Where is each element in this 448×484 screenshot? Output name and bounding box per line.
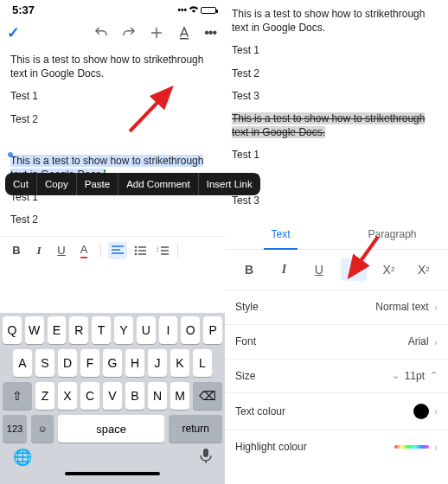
key[interactable]: B [125, 382, 144, 410]
italic-button[interactable]: I [271, 258, 297, 281]
font-label: Font [235, 335, 256, 347]
cellular-icon: ••• [177, 5, 187, 15]
size-label: Size [235, 370, 255, 382]
key[interactable]: K [170, 349, 189, 377]
paragraph[interactable]: Test 2 [10, 112, 214, 126]
key[interactable]: T [92, 316, 111, 344]
key[interactable]: Y [114, 316, 133, 344]
colour-swatch [413, 404, 429, 419]
key[interactable]: L [193, 349, 212, 377]
font-row[interactable]: Font Arial› [225, 325, 448, 360]
numeric-key[interactable]: 123 [3, 415, 27, 443]
add-button[interactable] [149, 25, 164, 41]
key[interactable]: Q [3, 316, 22, 344]
done-button[interactable]: ✓ [7, 23, 20, 42]
paragraph[interactable]: Test 2 [10, 213, 214, 226]
bullet-list-button[interactable] [131, 242, 150, 259]
key[interactable]: M [170, 382, 189, 410]
key[interactable]: G [103, 349, 122, 377]
svg-point-2 [135, 249, 138, 252]
italic-button[interactable]: I [29, 242, 48, 259]
bold-button[interactable]: B [236, 258, 262, 281]
battery-icon [201, 7, 216, 14]
document-body[interactable]: This is a test to show how to strikethro… [0, 48, 225, 236]
text-style-row: B I U S X2 X2 [225, 250, 448, 290]
key[interactable]: H [125, 349, 144, 377]
status-icons: ••• [177, 5, 216, 16]
backspace-key[interactable]: ⌫ [193, 382, 222, 410]
bold-button[interactable]: B [7, 242, 26, 259]
key[interactable]: V [103, 382, 122, 410]
undo-button[interactable] [93, 25, 109, 41]
context-cut[interactable]: Cut [5, 173, 37, 195]
shift-key[interactable]: ⇧ [3, 382, 32, 410]
key[interactable]: N [148, 382, 167, 410]
paragraph[interactable]: This is a test to show how to strikethro… [232, 7, 439, 35]
highlight-colour-row[interactable]: Highlight colour › [225, 430, 448, 464]
paragraph[interactable]: Test 1 [232, 43, 439, 57]
paragraph[interactable]: Test 1 [232, 148, 439, 162]
text-format-button[interactable] [176, 25, 192, 41]
tab-paragraph[interactable]: Paragraph [336, 220, 448, 249]
key[interactable]: U [137, 316, 156, 344]
svg-rect-6 [203, 449, 208, 457]
divider [100, 244, 101, 258]
key[interactable]: S [35, 349, 54, 377]
style-value: Normal text [375, 301, 428, 313]
key[interactable]: A [13, 349, 32, 377]
paragraph[interactable]: Test 1 [10, 89, 214, 103]
paragraph[interactable]: Test 2 [232, 67, 439, 80]
key[interactable]: W [25, 316, 44, 344]
key[interactable]: J [148, 349, 167, 377]
context-menu: Cut Copy Paste Add Comment Insert Link [5, 173, 260, 195]
size-value: 11pt [405, 370, 425, 382]
svg-rect-0 [180, 38, 189, 40]
globe-key[interactable]: 🌐 [13, 448, 32, 467]
context-copy[interactable]: Copy [37, 173, 77, 195]
text-color-button[interactable]: A [74, 242, 93, 259]
paragraph[interactable]: Test 3 [232, 89, 439, 103]
chevron-right-icon: › [434, 441, 438, 454]
redo-button[interactable] [121, 25, 137, 41]
more-button[interactable]: ••• [204, 25, 216, 41]
align-button[interactable] [108, 242, 127, 259]
key[interactable]: X [58, 382, 77, 410]
emoji-key[interactable]: ☺ [31, 415, 54, 443]
return-key[interactable]: return [169, 415, 222, 443]
size-decrease-button[interactable]: ⌄ [392, 370, 400, 381]
context-paste[interactable]: Paste [77, 173, 118, 195]
tab-text[interactable]: Text [225, 220, 336, 249]
paragraph-strikethrough[interactable]: This is a test to show how to strikethro… [232, 111, 439, 139]
key[interactable]: O [181, 316, 200, 344]
key-row-1: Q W E R T Y U I O P [3, 316, 222, 344]
strikethrough-button[interactable]: S [341, 258, 367, 281]
underline-button[interactable]: U [52, 242, 71, 259]
style-row[interactable]: Style Normal text› [225, 290, 448, 325]
key[interactable]: R [69, 316, 88, 344]
key[interactable]: F [80, 349, 99, 377]
paragraph[interactable]: Test 3 [232, 194, 439, 207]
superscript-button[interactable]: X2 [375, 258, 401, 281]
text-colour-row[interactable]: Text colour › [225, 393, 448, 430]
mic-key[interactable] [200, 448, 212, 467]
number-list-button[interactable]: 12 [153, 242, 172, 259]
key[interactable]: D [58, 349, 77, 377]
subscript-button[interactable]: X2 [411, 258, 437, 281]
key[interactable]: I [159, 316, 178, 344]
key[interactable]: Z [35, 382, 54, 410]
left-screenshot: 5:37 ••• ✓ ••• This is a test to show ho… [0, 0, 225, 484]
key[interactable]: C [80, 382, 99, 410]
font-value: Arial [408, 335, 429, 347]
key[interactable]: E [48, 316, 67, 344]
divider [177, 244, 178, 258]
space-key[interactable]: space [58, 415, 164, 443]
key[interactable]: P [203, 316, 222, 344]
underline-button[interactable]: U [306, 258, 332, 281]
format-tabs: Text Paragraph [225, 220, 448, 250]
context-add-comment[interactable]: Add Comment [118, 173, 199, 195]
paragraph[interactable]: This is a test to show how to strikethro… [10, 53, 214, 80]
size-increase-button[interactable]: ⌃ [430, 370, 438, 381]
home-indicator [65, 472, 160, 475]
paragraph[interactable]: Test 2 [232, 171, 439, 185]
context-insert-link[interactable]: Insert Link [199, 173, 260, 195]
